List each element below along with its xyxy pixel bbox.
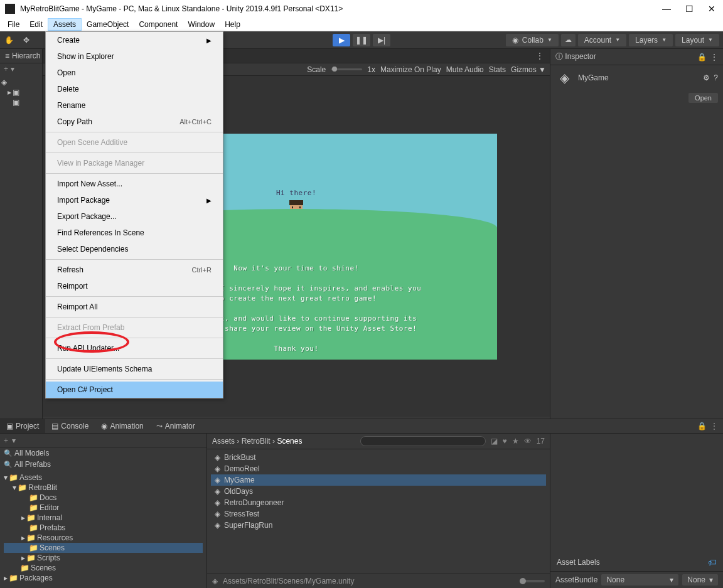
account-dropdown[interactable]: Account▼ xyxy=(578,34,626,46)
thumbnail-size-slider[interactable] xyxy=(520,580,545,582)
tag-icon[interactable]: 🏷 xyxy=(708,557,717,567)
tree-item-packages[interactable]: ▸📁 Packages xyxy=(4,573,203,583)
scale-slider[interactable] xyxy=(331,68,362,70)
menu-item-show-in-explorer[interactable]: Show in Explorer xyxy=(46,48,223,65)
chevron-right-icon: ▸ xyxy=(8,88,11,97)
window-title: MyRetroBlitGame - MyGame - PC, Mac & Lin… xyxy=(20,4,663,13)
menu-edit[interactable]: Edit xyxy=(24,19,48,30)
tree-item-docs[interactable]: 📁 Docs xyxy=(4,493,203,503)
tree-item-editor[interactable]: 📁 Editor xyxy=(4,503,203,513)
menu-item-create[interactable]: Create▶ xyxy=(46,32,223,48)
tree-item-retroblit[interactable]: ▾📁 RetroBlit xyxy=(4,483,203,493)
layout-dropdown[interactable]: Layout▼ xyxy=(675,34,719,46)
hierarchy-panel: ≡Hierarch +▾ ◈ ▸▣ ▣ xyxy=(0,49,43,419)
menu-window[interactable]: Window xyxy=(183,19,220,30)
menu-help[interactable]: Help xyxy=(220,19,245,30)
menu-item-import-package[interactable]: Import Package▶ xyxy=(46,192,223,208)
menu-item-update-uielements-schema[interactable]: Update UIElements Schema xyxy=(46,361,223,377)
inspector-tab[interactable]: ⓘ Inspector 🔒⋮ xyxy=(550,49,723,65)
lock-icon[interactable]: 🔒 xyxy=(697,422,707,430)
folder-icon: 📁 xyxy=(26,513,36,522)
scene-item-demoreel[interactable]: ◈DemoReel xyxy=(211,463,546,474)
mute-audio-button[interactable]: Mute Audio xyxy=(446,65,484,74)
folder-icon: 📁 xyxy=(26,533,36,542)
menu-gameobject[interactable]: GameObject xyxy=(82,19,134,30)
tree-item-assets[interactable]: ▾📁 Assets xyxy=(4,473,203,483)
hierarchy-scene-row[interactable]: ◈ xyxy=(1,77,41,87)
animator-tab[interactable]: ⤳Animator xyxy=(150,419,201,433)
star-icon[interactable]: ★ xyxy=(512,437,519,446)
menu-item-refresh[interactable]: RefreshCtrl+R xyxy=(46,262,223,278)
gear-icon[interactable]: ⚙ xyxy=(703,73,710,82)
close-button[interactable]: ✕ xyxy=(708,5,715,13)
hierarchy-add-button[interactable]: + xyxy=(4,65,8,73)
add-button[interactable]: + xyxy=(4,436,8,445)
tree-item-resources[interactable]: ▸📁 Resources xyxy=(4,533,203,543)
tree-item-prefabs[interactable]: 📁 Prefabs xyxy=(4,523,203,533)
animation-tab[interactable]: ◉Animation xyxy=(95,419,149,433)
menu-item-rename[interactable]: Rename xyxy=(46,97,223,114)
scene-item-brickbust[interactable]: ◈BrickBust xyxy=(211,452,546,463)
hand-tool-icon[interactable]: ✋ xyxy=(0,33,18,48)
menu-item-delete[interactable]: Delete xyxy=(46,81,223,97)
tree-item-scripts[interactable]: ▸📁 Scripts xyxy=(4,553,203,563)
menu-file[interactable]: File xyxy=(3,19,24,30)
layers-dropdown[interactable]: Layers▼ xyxy=(629,34,673,46)
menu-item-open-c-project[interactable]: Open C# Project xyxy=(46,382,223,398)
filter-all-models[interactable]: 🔍 All Models xyxy=(0,447,206,459)
more-icon[interactable]: ⋮ xyxy=(710,53,718,61)
menu-item-select-dependencies[interactable]: Select Dependencies xyxy=(46,241,223,257)
menu-item-run-api-updater-[interactable]: Run API Updater... xyxy=(46,340,223,356)
menu-item-export-package-[interactable]: Export Package... xyxy=(46,208,223,225)
filter-all-prefabs[interactable]: 🔍 All Prefabs xyxy=(0,459,206,470)
menu-assets[interactable]: Assets xyxy=(48,18,82,31)
scene-item-olddays[interactable]: ◈OldDays xyxy=(211,486,546,497)
menu-item-find-references-in-scene[interactable]: Find References In Scene xyxy=(46,225,223,241)
play-button[interactable]: ▶ xyxy=(333,34,350,46)
hierarchy-item-row[interactable]: ▣ xyxy=(1,97,41,107)
hierarchy-tab[interactable]: ≡Hierarch xyxy=(0,49,42,63)
tree-item-internal[interactable]: ▸📁 Internal xyxy=(4,513,203,523)
tree-item-scenes[interactable]: 📁 Scenes xyxy=(4,563,203,573)
crumb-scenes[interactable]: Scenes xyxy=(277,437,302,446)
scene-item-superflagrun[interactable]: ◈SuperFlagRun xyxy=(211,520,546,531)
help-icon[interactable]: ? xyxy=(714,73,718,82)
console-tab[interactable]: ▤Console xyxy=(45,419,95,433)
stats-button[interactable]: Stats xyxy=(489,65,506,74)
menu-component[interactable]: Component xyxy=(134,19,183,30)
project-search-input[interactable] xyxy=(360,436,486,446)
hierarchy-item-row[interactable]: ▸▣ xyxy=(1,87,41,97)
crumb-retroblit[interactable]: RetroBlit xyxy=(242,437,270,446)
maximize-on-play-button[interactable]: Maximize On Play xyxy=(380,65,441,74)
crumb-assets[interactable]: Assets xyxy=(212,437,235,446)
move-tool-icon[interactable]: ✥ xyxy=(18,33,35,48)
more-icon[interactable]: ⋮ xyxy=(710,422,718,430)
scene-item-retrodungeoneer[interactable]: ◈RetroDungeoneer xyxy=(211,497,546,508)
filter-icon[interactable]: ◪ xyxy=(491,437,498,446)
cloud-button[interactable]: ☁ xyxy=(561,34,576,46)
maximize-button[interactable]: ☐ xyxy=(685,5,693,13)
menu-item-import-new-asset-[interactable]: Import New Asset... xyxy=(46,176,223,192)
menu-item-reimport[interactable]: Reimport xyxy=(46,278,223,294)
lock-icon[interactable]: 🔒 xyxy=(697,53,707,61)
gizmos-dropdown[interactable]: Gizmos ▼ xyxy=(511,65,546,74)
collab-dropdown[interactable]: ◉Collab▼ xyxy=(506,34,559,46)
pause-button[interactable]: ❚❚ xyxy=(353,34,370,46)
menu-item-reimport-all[interactable]: Reimport All xyxy=(46,299,223,315)
assetbundle-dropdown[interactable]: None▾ xyxy=(601,574,678,585)
favorite-icon[interactable]: ♥ xyxy=(503,437,507,446)
unity-scene-icon: ◈ xyxy=(215,476,220,484)
tree-item-scenes[interactable]: 📁 Scenes xyxy=(4,543,203,553)
minimize-button[interactable]: — xyxy=(663,5,670,13)
project-tab[interactable]: ▣Project xyxy=(0,419,45,433)
menu-item-copy-path[interactable]: Copy PathAlt+Ctrl+C xyxy=(46,114,223,130)
scene-item-stresstest[interactable]: ◈StressTest xyxy=(211,508,546,520)
menu-item-open[interactable]: Open xyxy=(46,65,223,81)
assetbundle-variant-dropdown[interactable]: None▾ xyxy=(682,574,718,585)
more-icon[interactable]: ⋮ xyxy=(536,51,544,60)
hidden-icon[interactable]: 👁 xyxy=(524,437,532,446)
step-button[interactable]: ▶| xyxy=(373,34,390,46)
inspector-open-button[interactable]: Open xyxy=(688,93,718,103)
folder-icon: 📁 xyxy=(29,523,38,532)
scene-item-mygame[interactable]: ◈MyGame xyxy=(211,474,546,486)
